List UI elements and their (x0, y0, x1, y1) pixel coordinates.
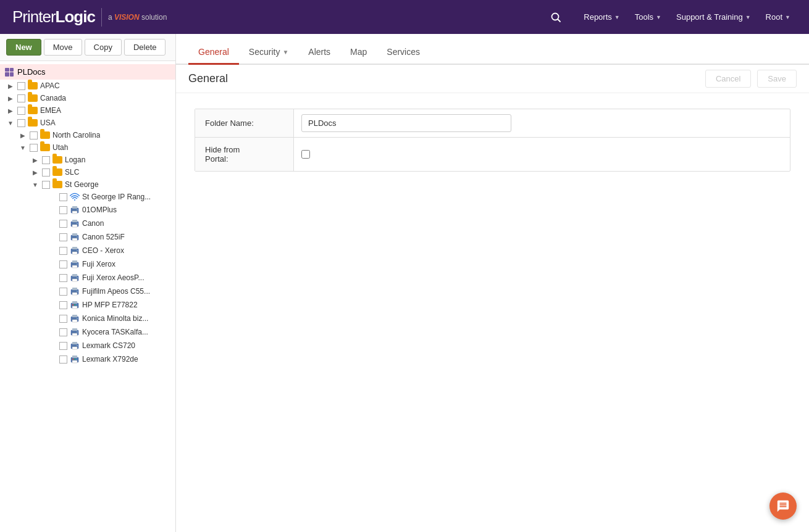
checkbox-st-george-ip[interactable] (59, 193, 67, 201)
tab-map[interactable]: Map (340, 41, 377, 65)
tree-item-canada[interactable]: ▶ Canada (0, 92, 175, 104)
folder-name-input[interactable] (301, 114, 511, 132)
checkbox-slc[interactable] (42, 168, 50, 177)
tab-services[interactable]: Services (377, 41, 430, 65)
toggle-emea[interactable]: ▶ (6, 106, 15, 115)
hide-portal-checkbox[interactable] (301, 150, 310, 159)
printer-icon-hp-mfp (70, 300, 80, 310)
svg-point-44 (77, 331, 78, 333)
label-fuji-xerox-apeos: Fuji Xerox AeosP... (82, 273, 145, 282)
tree-item-utah[interactable]: ▼ Utah (0, 141, 175, 154)
checkbox-utah[interactable] (30, 144, 38, 152)
toggle-utah[interactable]: ▼ (19, 143, 27, 152)
checkbox-canon525if[interactable] (59, 233, 67, 241)
checkbox-010mplus[interactable] (59, 206, 67, 214)
save-button[interactable]: Save (757, 70, 797, 88)
tree-item-lexmark-x792de[interactable]: · Lexmark X792de (0, 352, 175, 366)
svg-point-52 (72, 359, 73, 360)
checkbox-ceo-xerox[interactable] (59, 247, 67, 255)
tree-item-lexmark-cs720[interactable]: · Lexmark CS720 (0, 339, 175, 352)
tab-alerts[interactable]: Alerts (298, 41, 340, 65)
sidebar-toolbar: New Move Copy Delete (0, 34, 175, 61)
checkbox-canon[interactable] (59, 220, 67, 228)
label-fuji-xerox: Fuji Xerox (82, 260, 115, 268)
toggle-canada[interactable]: ▶ (6, 94, 15, 102)
delete-button[interactable]: Delete (124, 39, 166, 56)
tree-item-logan[interactable]: ▶ Logan (0, 154, 175, 166)
tree-item-st-george[interactable]: ▼ St George (0, 178, 175, 191)
new-button[interactable]: New (6, 39, 41, 56)
tree-item-hp-mfp[interactable]: · HP MFP E77822 (0, 298, 175, 312)
svg-point-6 (77, 209, 78, 210)
root-arrow: ▼ (785, 14, 790, 20)
tree-item-slc[interactable]: ▶ SLC (0, 166, 175, 178)
folder-name-label: Folder Name: (195, 109, 294, 137)
tab-general[interactable]: General (188, 41, 239, 65)
toggle-usa[interactable]: ▼ (6, 118, 15, 127)
tree-item-north-carolina[interactable]: ▶ North Carolina (0, 129, 175, 141)
tools-arrow: ▼ (656, 14, 661, 20)
root-menu[interactable]: Root ▼ (760, 9, 797, 25)
svg-point-54 (76, 359, 77, 360)
topnav: PrinterLogic a VISION solution Reports ▼… (0, 0, 809, 34)
tree-item-kyocera[interactable]: · Kyocera TASKalfa... (0, 325, 175, 339)
hide-portal-label: Hide from Portal: (195, 138, 294, 171)
label-010mplus: 01OMPlus (82, 206, 117, 214)
tree-item-usa[interactable]: ▼ USA (0, 117, 175, 129)
checkbox-lexmark-cs720[interactable] (59, 342, 67, 350)
checkbox-st-george[interactable] (42, 181, 50, 189)
checkbox-lexmark-x792de[interactable] (59, 355, 67, 364)
checkbox-hp-mfp[interactable] (59, 301, 67, 309)
content-area: General Security ▼ Alerts Map Services G… (176, 34, 809, 532)
tree-item-fuji-xerox[interactable]: · Fuji Xerox (0, 257, 175, 271)
toggle-apac[interactable]: ▶ (6, 81, 15, 90)
form-row-folder-name: Folder Name: (195, 109, 790, 138)
tree-item-canon[interactable]: · Canon (0, 217, 175, 230)
svg-point-53 (74, 359, 75, 360)
checkbox-fuji-xerox-apeos[interactable] (59, 274, 67, 282)
tree-item-st-george-ip[interactable]: ▶ St George IP Rang... (0, 191, 175, 203)
folder-icon-st-george (52, 181, 62, 188)
svg-rect-9 (72, 225, 77, 227)
tab-security[interactable]: Security ▼ (239, 41, 298, 65)
tree-root-pldocs[interactable]: PLDocs (0, 64, 175, 80)
tree-item-emea[interactable]: ▶ EMEA (0, 104, 175, 117)
toggle-north-carolina[interactable]: ▶ (19, 131, 27, 139)
move-button[interactable]: Move (44, 39, 82, 56)
checkbox-konica[interactable] (59, 315, 67, 323)
checkbox-north-carolina[interactable] (30, 131, 38, 139)
toggle-logan[interactable]: ▶ (31, 156, 40, 164)
checkbox-usa[interactable] (17, 119, 25, 127)
search-button[interactable] (547, 8, 565, 27)
cancel-button[interactable]: Cancel (705, 70, 751, 88)
checkbox-fuji-xerox[interactable] (59, 260, 67, 268)
svg-rect-28 (72, 288, 77, 290)
reports-menu[interactable]: Reports ▼ (577, 9, 626, 25)
tree-item-010mplus[interactable]: · 01OMPlus (0, 203, 175, 217)
tree-item-fujifilm-apeos[interactable]: · Fujifilm Apeos C55... (0, 285, 175, 298)
tree-item-konica[interactable]: · Konica Minolta biz... (0, 312, 175, 325)
tools-menu[interactable]: Tools ▼ (629, 9, 668, 25)
checkbox-kyocera[interactable] (59, 328, 67, 336)
tree-item-ceo-xerox[interactable]: · CEO - Xerox (0, 244, 175, 257)
tree-item-fuji-xerox-apeos[interactable]: · Fuji Xerox AeosP... (0, 271, 175, 285)
printer-icon-fujifilm-apeos (70, 286, 80, 296)
toggle-st-george[interactable]: ▼ (31, 180, 40, 189)
form-row-hide-portal: Hide from Portal: (195, 138, 790, 171)
tree-item-canon525if[interactable]: · Canon 525iF (0, 230, 175, 244)
tree-item-apac[interactable]: ▶ APAC (0, 80, 175, 92)
svg-point-26 (77, 277, 78, 278)
checkbox-apac[interactable] (17, 82, 25, 90)
support-menu[interactable]: Support & Training ▼ (670, 9, 757, 25)
sidebar-tree[interactable]: PLDocs ▶ APAC ▶ Canada ▶ EMEA (0, 61, 175, 532)
folder-icon-usa (28, 119, 38, 127)
toggle-slc[interactable]: ▶ (31, 168, 40, 177)
chat-button[interactable] (769, 493, 797, 520)
copy-button[interactable]: Copy (85, 39, 122, 56)
svg-point-35 (74, 304, 75, 305)
checkbox-logan[interactable] (42, 156, 50, 164)
checkbox-canada[interactable] (17, 94, 25, 102)
checkbox-fujifilm-apeos[interactable] (59, 288, 67, 296)
checkbox-emea[interactable] (17, 107, 25, 115)
printer-icon-lexmark-cs720 (70, 341, 80, 351)
